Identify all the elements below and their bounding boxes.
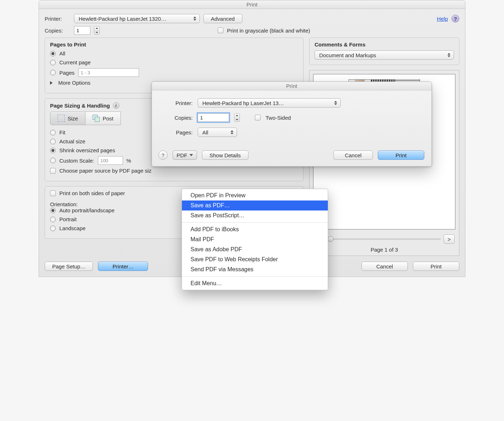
- sheet-pages-label: Pages:: [164, 129, 193, 135]
- radio-pages[interactable]: [50, 70, 56, 75]
- custom-scale-input[interactable]: [98, 156, 123, 165]
- radio-orient-landscape[interactable]: [50, 226, 56, 231]
- copies-label: Copies:: [45, 28, 70, 34]
- menu-edit-menu[interactable]: Edit Menu…: [182, 278, 328, 288]
- pdf-menu-button[interactable]: PDF: [173, 150, 197, 160]
- pages-group-title: Pages to Print: [50, 41, 298, 48]
- pages-range-input[interactable]: [78, 68, 139, 77]
- grayscale-checkbox[interactable]: [218, 28, 223, 33]
- help-icon[interactable]: ?: [451, 15, 459, 23]
- radio-actual-size[interactable]: [50, 139, 56, 144]
- size-icon: [58, 115, 65, 122]
- sheet-printer-label: Printer:: [164, 100, 193, 106]
- copies-input[interactable]: [74, 26, 90, 35]
- sheet-copies-label: Copies:: [164, 115, 193, 121]
- sheet-copies-stepper[interactable]: [234, 113, 240, 122]
- menu-web-receipts[interactable]: Save PDF to Web Receipts Folder: [182, 254, 328, 264]
- sheet-pages-popup[interactable]: All: [198, 128, 237, 137]
- info-icon[interactable]: i: [113, 102, 119, 109]
- advanced-button[interactable]: Advanced: [203, 14, 242, 23]
- radio-fit[interactable]: [50, 130, 56, 135]
- menu-send-via-messages[interactable]: Send PDF via Messages: [182, 264, 328, 274]
- radio-current-page[interactable]: [50, 60, 56, 65]
- radio-custom-scale[interactable]: [50, 158, 56, 163]
- radio-orient-auto[interactable]: [50, 208, 56, 213]
- chevron-down-icon: [189, 154, 193, 156]
- comments-popup[interactable]: Document and Markups: [315, 50, 454, 60]
- show-details-button[interactable]: Show Details: [202, 150, 248, 160]
- menu-mail-pdf[interactable]: Mail PDF: [182, 234, 328, 244]
- radio-shrink[interactable]: [50, 148, 56, 153]
- seg-size[interactable]: Size: [50, 112, 85, 125]
- radio-all[interactable]: [50, 51, 56, 56]
- copies-stepper[interactable]: [94, 26, 100, 35]
- menu-separator: [182, 222, 328, 223]
- print-button[interactable]: Print: [413, 262, 459, 271]
- sheet-print-button[interactable]: Print: [378, 150, 424, 160]
- preview-zoom-slider[interactable]: [328, 238, 441, 240]
- sheet-cancel-button[interactable]: Cancel: [333, 150, 373, 160]
- sheet-printer-popup[interactable]: Hewlett-Packard hp LaserJet 13…: [198, 98, 341, 108]
- menu-save-as-adobe-pdf[interactable]: Save as Adobe PDF: [182, 244, 328, 254]
- system-print-sheet: Print Printer: Hewlett-Packard hp LaserJ…: [152, 81, 432, 167]
- menu-save-as-postscript[interactable]: Save as PostScript…: [182, 210, 328, 221]
- popup-arrows-icon: [446, 52, 451, 58]
- menu-add-to-ibooks[interactable]: Add PDF to iBooks: [182, 224, 328, 234]
- cancel-button[interactable]: Cancel: [361, 262, 408, 271]
- help-link[interactable]: Help: [437, 16, 448, 22]
- choose-source-checkbox[interactable]: [50, 168, 56, 174]
- comments-forms-group: Comments & Forms Document and Markups: [309, 38, 459, 65]
- seg-poster[interactable]: Post: [85, 112, 121, 125]
- printer-button[interactable]: Printer…: [98, 262, 148, 271]
- two-sided-checkbox[interactable]: [255, 115, 261, 120]
- printer-popup[interactable]: Hewlett-Packard hp LaserJet 1320…: [74, 14, 200, 23]
- radio-orient-portrait[interactable]: [50, 217, 56, 222]
- menu-separator: [182, 276, 328, 277]
- poster-icon: [93, 115, 100, 122]
- popup-arrows-icon: [229, 129, 234, 135]
- menu-open-preview[interactable]: Open PDF in Preview: [182, 190, 328, 200]
- sheet-title: Print: [152, 82, 431, 90]
- preview-next-button[interactable]: >: [444, 234, 455, 244]
- sheet-copies-input[interactable]: [198, 113, 229, 122]
- window-title: Print: [39, 0, 465, 9]
- grayscale-label: Print in grayscale (black and white): [227, 28, 310, 34]
- pdf-dropdown-menu: Open PDF in Preview Save as PDF… Save as…: [182, 189, 328, 290]
- sizing-title: Page Sizing & Handling: [50, 103, 110, 109]
- sheet-help-button[interactable]: ?: [158, 150, 168, 160]
- disclosure-triangle-icon: [50, 81, 53, 85]
- popup-arrows-icon: [333, 100, 338, 106]
- popup-arrows-icon: [192, 15, 197, 22]
- slider-thumb[interactable]: [328, 236, 333, 242]
- page-setup-button[interactable]: Page Setup…: [45, 262, 93, 271]
- printer-label: Printer:: [45, 16, 70, 22]
- both-sides-checkbox[interactable]: [50, 190, 56, 196]
- preview-page-indicator: Page 1 of 3: [310, 245, 459, 256]
- printer-value: Hewlett-Packard hp LaserJet 1320…: [79, 16, 166, 22]
- menu-save-as-pdf[interactable]: Save as PDF…: [182, 200, 328, 210]
